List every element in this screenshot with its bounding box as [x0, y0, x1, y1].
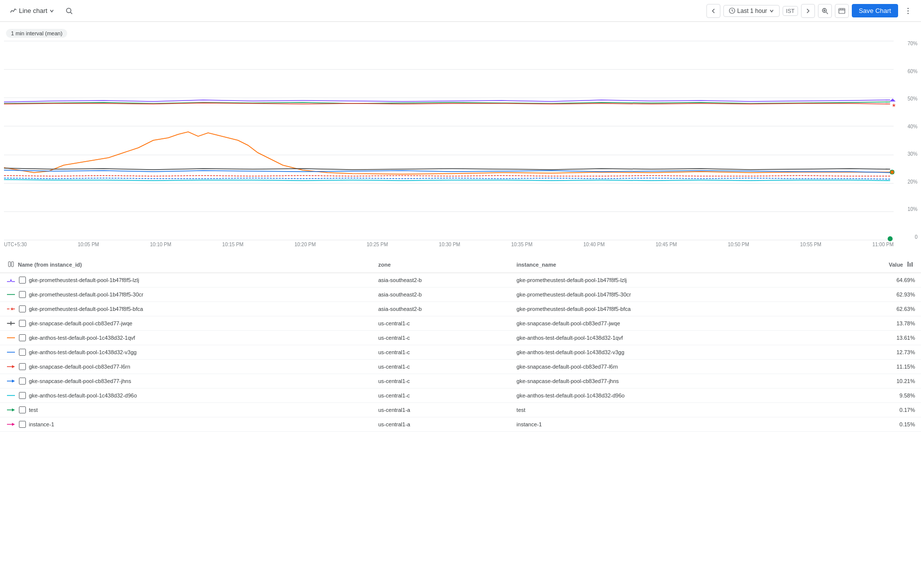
table-row: gke-anthos-test-default-pool-1c438d32-d9… — [0, 389, 921, 403]
toolbar-right: Last 1 hour IST — [706, 4, 915, 18]
svg-marker-27 — [12, 423, 15, 426]
time-range-button[interactable]: Last 1 hour — [723, 5, 780, 17]
series-marker — [6, 350, 16, 355]
value-cell: 10.21% — [826, 374, 921, 389]
name-cell: gke-snapcase-default-pool-cb83ed77-jhns — [0, 374, 372, 389]
series-name: instance-1 — [29, 421, 54, 427]
name-cell: ★ gke-prometheustest-default-pool-1b47f8… — [0, 302, 372, 316]
table-row: gke-prometheustest-default-pool-1b47f8f5… — [0, 273, 921, 288]
series-checkbox[interactable] — [19, 406, 26, 413]
instance-cell: gke-anthos-test-default-pool-1c438d32-v3… — [511, 345, 826, 360]
svg-marker-20 — [10, 279, 12, 282]
instance-cell: gke-anthos-test-default-pool-1c438d32-1q… — [511, 331, 826, 345]
col-zone-header: zone — [372, 257, 511, 273]
svg-line-1 — [71, 12, 73, 14]
series-checkbox[interactable] — [19, 349, 26, 356]
svg-rect-19 — [912, 262, 913, 267]
series-checkbox[interactable] — [19, 363, 26, 370]
chevron-left-icon — [710, 8, 716, 14]
zone-cell: us-central1-c — [372, 360, 511, 374]
table-row: gke-prometheustest-default-pool-1b47f8f5… — [0, 288, 921, 302]
series-checkbox[interactable] — [19, 421, 26, 428]
chart-type-button[interactable]: Line chart — [6, 5, 58, 16]
custom-range-button[interactable] — [835, 4, 849, 18]
search-button[interactable] — [62, 4, 76, 18]
clock-icon — [729, 7, 735, 14]
series-marker — [6, 393, 16, 398]
series-name: test — [29, 407, 38, 413]
toolbar-left: Line chart — [6, 4, 76, 18]
table-row: gke-snapcase-default-pool-cb83ed77-jhns … — [0, 374, 921, 389]
series-name: gke-snapcase-default-pool-cb83ed77-jwqe — [29, 320, 132, 326]
svg-marker-25 — [12, 380, 15, 383]
value-cell: 0.17% — [826, 403, 921, 417]
svg-point-13 — [908, 12, 909, 13]
svg-marker-24 — [12, 365, 15, 368]
instance-cell: gke-snapcase-default-pool-cb83ed77-jhns — [511, 374, 826, 389]
svg-rect-14 — [4, 41, 894, 240]
more-options-button[interactable] — [901, 4, 915, 18]
chart-container: 1 min interval (mean) 70% 60% 50% 40% 30… — [0, 22, 921, 432]
series-marker — [6, 407, 16, 412]
table-row: gke-snapcase-default-pool-cb83ed77-jwqe … — [0, 316, 921, 331]
value-cell: 13.61% — [826, 331, 921, 345]
series-marker — [6, 422, 16, 427]
column-settings-button[interactable] — [6, 261, 16, 269]
chart-svg[interactable]: ★ — [4, 41, 894, 240]
value-cell: 9.58% — [826, 389, 921, 403]
table-row: ★ gke-prometheustest-default-pool-1b47f8… — [0, 302, 921, 316]
series-checkbox[interactable] — [19, 291, 26, 298]
table-row: test us-central1-a test 0.17% — [0, 403, 921, 417]
instance-cell: gke-prometheustest-default-pool-1b47f8f5… — [511, 273, 826, 288]
series-marker — [6, 364, 16, 369]
col-name-header: Name (from instance_id) — [0, 257, 372, 273]
name-cell: gke-prometheustest-default-pool-1b47f8f5… — [0, 288, 372, 302]
series-name: gke-prometheustest-default-pool-1b47f8f5… — [29, 292, 143, 297]
svg-line-4 — [826, 12, 828, 14]
zone-cell: asia-southeast2-b — [372, 288, 511, 302]
instance-cell: instance-1 — [511, 417, 826, 432]
col-instance-header: instance_name — [511, 257, 826, 273]
table-row: instance-1 us-central1-a instance-1 0.15… — [0, 417, 921, 432]
line-chart-icon — [10, 7, 17, 14]
series-name: gke-anthos-test-default-pool-1c438d32-d9… — [29, 392, 137, 398]
chevron-right-icon — [805, 8, 811, 14]
zone-cell: us-central1-a — [372, 417, 511, 432]
legend-table: Name (from instance_id) zone instance_na… — [0, 257, 921, 432]
series-checkbox[interactable] — [19, 334, 26, 341]
value-cell: 11.15% — [826, 360, 921, 374]
zoom-button[interactable] — [818, 4, 832, 18]
instance-cell: test — [511, 403, 826, 417]
name-cell: gke-snapcase-default-pool-cb83ed77-l6rn — [0, 360, 372, 374]
save-chart-button[interactable]: Save Chart — [852, 4, 898, 17]
series-checkbox[interactable] — [19, 320, 26, 327]
value-col-icon — [907, 261, 913, 267]
instance-cell: gke-prometheustest-default-pool-1b47f8f5… — [511, 302, 826, 316]
zone-cell: asia-southeast2-b — [372, 302, 511, 316]
zone-cell: us-central1-a — [372, 403, 511, 417]
zone-cell: us-central1-c — [372, 345, 511, 360]
zone-cell: us-central1-c — [372, 374, 511, 389]
zone-cell: asia-southeast2-b — [372, 273, 511, 288]
series-checkbox[interactable] — [19, 305, 26, 312]
series-checkbox[interactable] — [19, 277, 26, 284]
value-cell: 64.69% — [826, 273, 921, 288]
series-end-marker-purple — [890, 98, 896, 101]
y-axis: 70% 60% 50% 40% 30% 20% 10% 0 — [896, 41, 920, 240]
series-marker — [6, 292, 16, 297]
next-button[interactable] — [801, 4, 815, 18]
zoom-icon — [821, 7, 828, 14]
zone-cell: us-central1-c — [372, 316, 511, 331]
series-name: gke-snapcase-default-pool-cb83ed77-jhns — [29, 378, 131, 384]
series-marker — [6, 335, 16, 340]
column-settings-icon — [8, 261, 14, 267]
name-cell: gke-anthos-test-default-pool-1c438d32-d9… — [0, 389, 372, 403]
prev-button[interactable] — [706, 4, 720, 18]
value-column-settings-button[interactable] — [905, 261, 915, 269]
series-marker: ★ — [6, 306, 16, 311]
series-checkbox[interactable] — [19, 392, 26, 399]
series-name: gke-snapcase-default-pool-cb83ed77-l6rn — [29, 364, 130, 370]
series-checkbox[interactable] — [19, 378, 26, 385]
svg-rect-16 — [11, 262, 13, 267]
instance-cell: gke-prometheustest-default-pool-1b47f8f5… — [511, 288, 826, 302]
